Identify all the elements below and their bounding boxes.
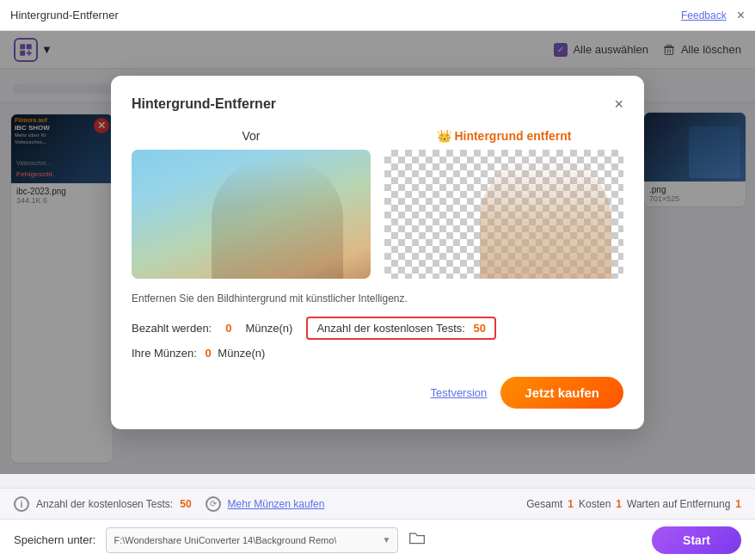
window-close-button[interactable]: × [737, 8, 745, 23]
browse-folder-button[interactable] [408, 530, 426, 550]
free-tests-status-label: Anzahl der kostenlosen Tests: [36, 498, 173, 510]
before-image [132, 150, 371, 279]
cost-value: 1 [616, 498, 622, 510]
cost-label: Kosten [579, 498, 611, 510]
paid-value: 0 [225, 322, 231, 335]
modal-overlay: Hintergrund-Entferner × Vor 👑 Hintergrun… [0, 31, 755, 474]
after-col: 👑 Hintergrund entfernt [384, 129, 623, 279]
feedback-link[interactable]: Feedback [681, 9, 727, 22]
before-col: Vor [132, 129, 371, 279]
free-tests-value: 50 [474, 322, 486, 335]
status-right: Gesamt 1 Kosten 1 Warten auf Entfernung … [526, 498, 741, 510]
after-label: 👑 Hintergrund entfernt [384, 129, 623, 143]
title-bar: Hintergrund-Entferner Feedback × [0, 0, 755, 31]
coins-label: Ihre Münzen: [132, 347, 197, 360]
free-tests-box: Anzahl der kostenlosen Tests: 50 [306, 317, 496, 340]
total-label: Gesamt [526, 498, 562, 510]
save-bar: Speichern unter: F:\Wondershare UniConve… [0, 519, 755, 560]
paid-label: Bezahlt werden: [132, 322, 212, 335]
start-button[interactable]: Start [652, 526, 741, 554]
save-path-field[interactable]: F:\Wondershare UniConverter 14\Backgroun… [106, 527, 398, 553]
status-bar: i Anzahl der kostenlosen Tests: 50 ⟳ Meh… [0, 488, 755, 519]
app-title: Hintergrund-Entferner [10, 9, 119, 22]
modal-dialog: Hintergrund-Entferner × Vor 👑 Hintergrun… [111, 76, 644, 429]
total-value: 1 [568, 498, 574, 510]
buy-button[interactable]: Jetzt kaufen [500, 377, 623, 409]
waiting-value: 1 [735, 498, 741, 510]
crown-icon: 👑 [437, 129, 455, 143]
preview-row: Vor 👑 Hintergrund entfernt [132, 129, 623, 279]
free-tests-status-value: 50 [180, 498, 191, 510]
modal-description: Entfernen Sie den Bildhintergrund mit kü… [132, 292, 623, 305]
waiting-label: Warten auf Entfernung [627, 498, 730, 510]
path-dropdown-arrow[interactable]: ▼ [383, 535, 391, 545]
modal-footer: Testversion Jetzt kaufen [132, 377, 623, 409]
save-label: Speichern unter: [14, 533, 95, 546]
before-label: Vor [132, 129, 371, 143]
clock-icon: ⟳ [206, 496, 221, 512]
save-path-text: F:\Wondershare UniConverter 14\Backgroun… [114, 535, 336, 545]
free-tests-label: Anzahl der kostenlosen Tests: [316, 322, 464, 335]
title-bar-right: Feedback × [681, 8, 745, 23]
modal-close-button[interactable]: × [614, 96, 623, 112]
paid-unit: Münze(n) [245, 322, 292, 335]
paid-row: Bezahlt werden: 0 Münze(n) Anzahl der ko… [132, 317, 623, 340]
buy-more-link[interactable]: Mehr Münzen kaufen [228, 498, 325, 510]
folder-icon [408, 530, 426, 545]
coins-value: 0 [206, 347, 212, 360]
after-image [384, 150, 623, 279]
info-icon: i [14, 496, 29, 512]
modal-title: Hintergrund-Entferner [132, 96, 276, 112]
title-bar-left: Hintergrund-Entferner [10, 9, 119, 22]
modal-header: Hintergrund-Entferner × [132, 96, 623, 112]
coins-unit: Münze(n) [218, 347, 265, 360]
trial-link[interactable]: Testversion [431, 386, 488, 399]
coins-row: Ihre Münzen: 0 Münze(n) [132, 347, 623, 360]
